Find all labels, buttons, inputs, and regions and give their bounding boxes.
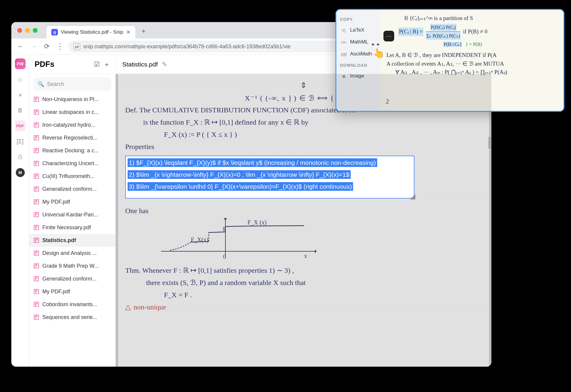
page-text: F_X = F .	[125, 290, 482, 300]
minimize-window-button[interactable]	[25, 28, 30, 33]
tab-favicon: q	[51, 29, 58, 35]
selection-line-2: 2) $\lim _{x \rightarrow-\infty} F_{X}(x…	[128, 170, 351, 179]
copy-asciimath-item[interactable]: AM AsciiMath	[340, 49, 377, 59]
copy-latex-item[interactable]: \{} LaTeX	[340, 25, 377, 35]
pdf-list-item[interactable]: 🄿Design and Analysis ...	[29, 247, 115, 260]
maximize-window-button[interactable]	[33, 28, 38, 33]
download-heading: DOWNLOAD	[340, 63, 377, 68]
extensions-button[interactable]: ⋮	[55, 42, 64, 51]
pdf-file-icon: 🄿	[34, 123, 39, 128]
search-input[interactable]: 🔍 Search	[33, 78, 111, 91]
pdf-item-label: Iron-catalyzed hydro...	[42, 122, 95, 128]
select-icon[interactable]: ☑	[94, 61, 100, 68]
page-text: Properties	[125, 142, 482, 152]
plot-x-label: x	[304, 252, 307, 260]
search-placeholder: Search	[47, 81, 64, 87]
browser-tab[interactable]: q Viewing Statistics.pdf - Snip ✕	[47, 26, 135, 38]
pdf-list-item[interactable]: 🄿My PDF.pdf	[29, 196, 115, 208]
resize-handle[interactable]	[410, 194, 415, 199]
pdf-file-icon: 🄿	[34, 212, 39, 218]
pdf-item-label: Finite Necessary.pdf	[42, 224, 91, 231]
file-icon[interactable]: ⎙	[15, 151, 26, 162]
pdf-item-label: Characterizing Uncert...	[42, 160, 99, 167]
document-title: Statistics.pdf	[122, 61, 158, 68]
pdf-list-item[interactable]: 🄿Universal Kardar-Pari...	[29, 208, 115, 221]
user-avatar[interactable]: M	[16, 168, 25, 177]
copy-asciimath-label: AsciiMath	[350, 51, 372, 57]
pdf-file-icon: 🄿	[34, 238, 39, 243]
pdf-item-label: Generalized conform...	[42, 276, 97, 282]
popup-preview: If {Cⱼ}ⱼ₌₁^∞ is a partition of S P(Cⱼ | …	[380, 10, 564, 111]
edit-title-icon[interactable]: ✎	[162, 61, 167, 68]
document-viewport[interactable]: ⇕ X⁻¹ ( (-∞, x ] ) ∈ ℬ ⟺ { X ≤ x } Def. …	[116, 74, 491, 367]
site-settings-icon[interactable]: ⇄	[73, 43, 80, 50]
close-window-button[interactable]	[17, 28, 22, 33]
pdf-list-item[interactable]: 🄿Generalized conform...	[29, 272, 115, 285]
app-logo[interactable]: PW	[15, 58, 26, 69]
preview-text: A collection of events A₁, A₂, ⋯ ∈ ℬ are…	[386, 60, 558, 68]
pdf-list-item[interactable]: 🄿Finite Necessary.pdf	[29, 221, 115, 234]
pdf-file-icon: 🄿	[34, 289, 39, 295]
click-sparkle-icon: ✦ ✦	[371, 42, 380, 47]
pdf-page: ⇕ X⁻¹ ( (-∞, x ] ) ∈ ℬ ⟺ { X ≤ x } Def. …	[118, 74, 489, 367]
image-icon: ▣	[341, 74, 347, 78]
reload-button[interactable]: ⟳	[42, 43, 51, 50]
download-image-item[interactable]: ▣ Image	[340, 71, 377, 81]
pdf-list-item[interactable]: 🄿Grade 9 Math Prep W...	[29, 260, 115, 272]
pdf-item-label: My PDF.pdf	[42, 289, 70, 295]
pdf-list-item[interactable]: 🄿Reactive Docking: a c...	[29, 144, 115, 157]
add-pdf-button[interactable]: ＋	[103, 60, 110, 69]
selection-box[interactable]: 1) $F_{X}(x) \leqslant F_{X}(y)$ if $x \…	[125, 156, 414, 199]
pdf-list-item[interactable]: 🄿Sequences and serie...	[29, 311, 115, 324]
pdf-file-icon: 🄿	[34, 135, 39, 141]
pdf-item-label: Sequences and serie...	[42, 314, 97, 320]
document-icon[interactable]: 🗎	[15, 105, 26, 116]
pdf-list-item[interactable]: 🄿Statistics.pdf	[29, 234, 115, 247]
new-tab-button[interactable]: +	[138, 26, 148, 36]
page-text: Thm. Whenever F : ℝ ↦ [0,1] satisfies pr…	[125, 265, 482, 276]
pdf-item-label: Cu(III) Trifluorometh...	[42, 173, 95, 179]
plot-fx-label2: F_X(x)	[191, 235, 208, 244]
pdf-list-item[interactable]: 🄿Cobordism invariants...	[29, 298, 115, 311]
pdf-file-icon: 🄿	[34, 199, 39, 205]
close-tab-button[interactable]: ✕	[126, 29, 131, 35]
pdf-file-icon: 🄿	[34, 302, 39, 307]
pdf-file-icon: 🄿	[34, 276, 39, 282]
scrollbar-thumb[interactable]	[488, 137, 491, 149]
more-options-button[interactable]: ⋯	[383, 31, 394, 41]
search-icon: 🔍	[38, 81, 44, 87]
preview-formula: P(Cⱼ | B) = P(B|Cⱼ) P(Cⱼ) Σₖ P(B|Cₖ) P(C…	[386, 24, 558, 40]
plot-fx-label: F_X (x)	[247, 218, 267, 227]
back-button[interactable]: ←	[16, 43, 25, 50]
popup-menu: COPY \{} LaTeX ‹m› MathML AM AsciiMath D…	[336, 10, 380, 111]
preview-text: Let A, B ∈ ℬ , they are INDEPENDENT if P…	[386, 51, 558, 60]
pdf-list-item[interactable]: 🄿Non-Uniqueness in Pl...	[29, 93, 115, 106]
pdf-list-item[interactable]: 🄿Characterizing Uncert...	[29, 157, 115, 170]
mathml-icon: ‹m›	[341, 40, 347, 44]
pdf-item-label: Reverse Regioselecti...	[42, 135, 98, 141]
pdf-file-icon: 🄿	[34, 161, 39, 166]
pdf-list-item[interactable]: 🄿My PDF.pdf	[29, 285, 115, 298]
left-rail: PW ⌂ ᚐ 🗎 PDF [Σ] ⎙ M	[11, 55, 29, 367]
pdf-list-item[interactable]: 🄿Reverse Regioselecti...	[29, 131, 115, 144]
pdf-list-item[interactable]: 🄿Iron-catalyzed hydro...	[29, 119, 115, 131]
pdf-list-item[interactable]: 🄿Cu(III) Trifluorometh...	[29, 170, 115, 183]
home-icon[interactable]: ⌂	[15, 74, 26, 85]
asciimath-icon: AM	[341, 52, 347, 56]
tree-icon[interactable]: ᚐ	[15, 89, 26, 100]
copy-latex-label: LaTeX	[350, 27, 364, 33]
pdf-file-icon: 🄿	[34, 110, 39, 115]
preview-lhs: P(Cⱼ | B) =	[398, 27, 423, 36]
pdf-list-item[interactable]: 🄿Generalized conform...	[29, 183, 115, 196]
pdf-item-label: Linear subspaces in c...	[42, 109, 99, 115]
pdf-icon[interactable]: PDF	[15, 120, 26, 131]
selection-line-3: 3) $\lim _{\varepsilon \unlhd 0} F_{X}(x…	[128, 182, 353, 191]
sidebar-header: PDFs ☑ ＋	[29, 55, 115, 74]
pdf-file-icon: 🄿	[34, 187, 39, 192]
pdf-file-icon: 🄿	[34, 251, 39, 256]
forward-button[interactable]: →	[29, 43, 38, 50]
warning-row: △ non-unique	[125, 302, 482, 312]
scan-icon[interactable]: [Σ]	[15, 136, 26, 147]
pdf-list-item[interactable]: 🄿Linear subspaces in c...	[29, 106, 115, 119]
sidebar-title: PDFs	[35, 60, 90, 69]
